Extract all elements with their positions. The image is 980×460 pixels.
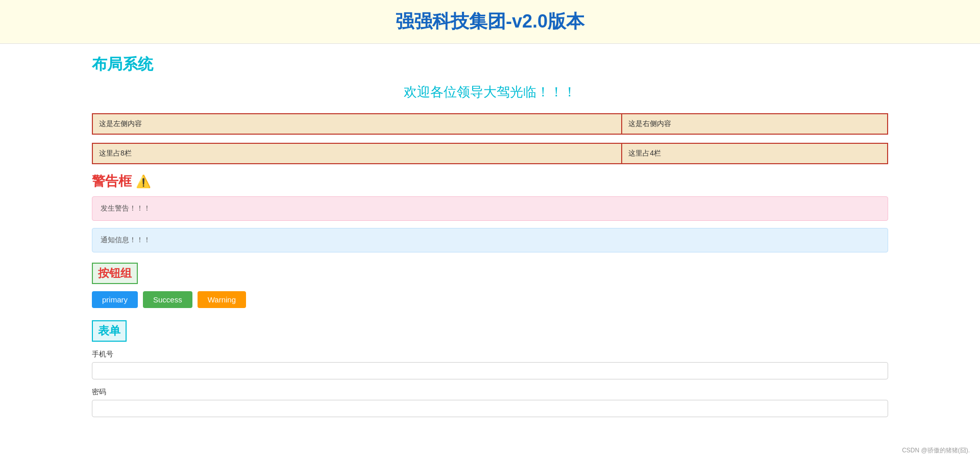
form-title: 表单 [92,320,127,342]
password-input[interactable] [92,400,888,417]
main-content: 布局系统 欢迎各位领导大驾光临！！！ 这是左侧内容 这是右侧内容 这里占8栏 这… [0,44,980,436]
button-group-title: 按钮组 [92,263,138,284]
btn-success[interactable]: Success [143,291,192,308]
warning-title-text: 警告框 [92,172,132,190]
welcome-text: 欢迎各位领导大驾光临！！！ [92,83,888,101]
grid-row-2: 这里占8栏 这里占4栏 [92,143,888,164]
grid-cell-left-1: 这是左侧内容 [93,114,622,134]
form-label-password: 密码 [92,388,888,397]
grid-row-1: 这是左侧内容 这是右侧内容 [92,113,888,135]
alert-danger: 发生警告！！！ [92,196,888,221]
alert-danger-text: 发生警告！！！ [101,204,151,212]
form-label-phone: 手机号 [92,350,888,359]
header-title: 强强科技集团-v2.0版本 [396,11,584,32]
btn-primary[interactable]: primary [92,291,138,308]
btn-warning[interactable]: Warning [198,291,246,308]
grid-cell-right-1: 这是右侧内容 [622,114,887,134]
alert-info: 通知信息！！！ [92,228,888,252]
grid-cell-left-2: 这里占8栏 [93,144,622,163]
layout-title: 布局系统 [92,54,888,75]
warning-section-title: 警告框 ⚠️ [92,172,888,190]
form-group-phone: 手机号 [92,350,888,379]
form-group-password: 密码 [92,388,888,417]
phone-input[interactable] [92,362,888,379]
warning-icon: ⚠️ [136,174,151,189]
alert-info-text: 通知信息！！！ [101,236,151,244]
grid-cell-right-2: 这里占4栏 [622,144,887,163]
button-group: primary Success Warning [92,291,888,308]
header-banner: 强强科技集团-v2.0版本 [0,0,980,44]
